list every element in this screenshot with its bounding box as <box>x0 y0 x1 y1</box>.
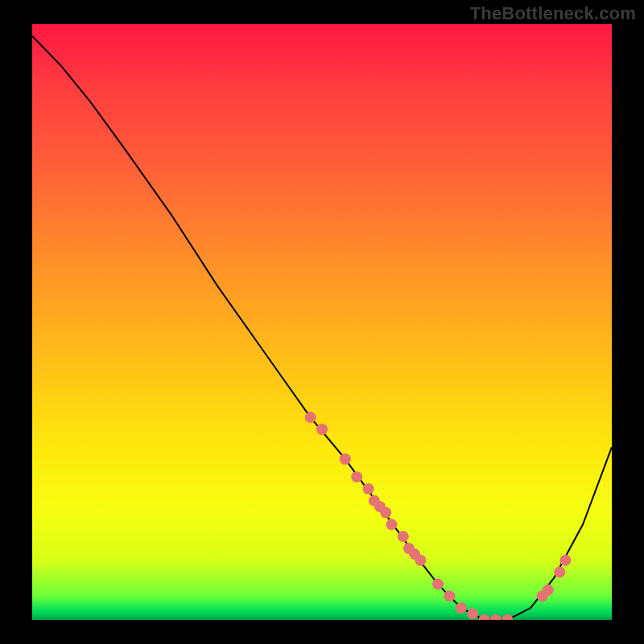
plot-gradient-area <box>32 24 612 620</box>
watermark-label: TheBottleneck.com <box>470 3 636 24</box>
chart-frame: TheBottleneck.com <box>0 0 644 644</box>
